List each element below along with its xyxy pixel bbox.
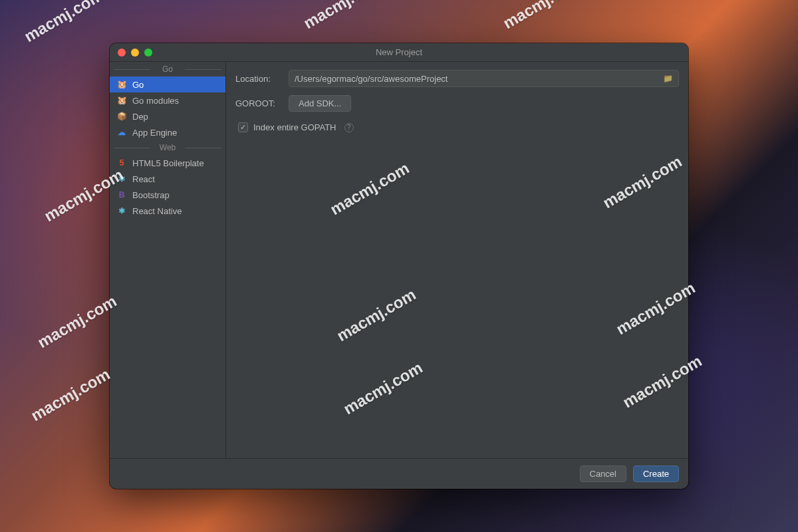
sidebar-item-bootstrap[interactable]: BBootstrap (110, 187, 225, 203)
window-title: New Project (110, 47, 688, 57)
sidebar-section-header: Web (110, 140, 225, 155)
location-input[interactable] (295, 74, 662, 84)
new-project-window: New Project Go🐹Go🐹Go modules📦Dep☁App Eng… (110, 43, 688, 489)
minimize-button[interactable] (131, 49, 139, 57)
sidebar-item-go-modules[interactable]: 🐹Go modules (110, 92, 225, 108)
sidebar-item-app-engine[interactable]: ☁App Engine (110, 124, 225, 140)
sidebar-item-label: Go (132, 80, 144, 90)
add-sdk-button[interactable]: Add SDK... (289, 95, 351, 112)
goroot-label: GOROOT: (235, 98, 282, 108)
sidebar-item-label: Bootstrap (132, 190, 170, 200)
sidebar: Go🐹Go🐹Go modules📦Dep☁App EngineWeb5HTML5… (110, 62, 226, 458)
help-icon[interactable]: ? (344, 123, 354, 132)
window-body: Go🐹Go🐹Go modules📦Dep☁App EngineWeb5HTML5… (110, 62, 688, 458)
dep-icon: 📦 (116, 111, 127, 122)
sidebar-item-label: Go modules (132, 96, 179, 106)
go-icon: 🐹 (116, 95, 127, 106)
sidebar-item-label: App Engine (132, 128, 177, 138)
sidebar-item-label: React Native (132, 206, 182, 216)
html5-icon: 5 (116, 158, 127, 168)
footer: Cancel Create (110, 458, 688, 489)
sidebar-item-go[interactable]: 🐹Go (110, 76, 225, 92)
index-gopath-label: Index entire GOPATH (253, 122, 336, 132)
location-label: Location: (235, 74, 282, 84)
appengine-icon: ☁ (116, 127, 127, 138)
location-row: Location: 📁 (235, 70, 679, 87)
sidebar-item-html5-boilerplate[interactable]: 5HTML5 Boilerplate (110, 155, 225, 171)
titlebar: New Project (110, 43, 688, 62)
index-gopath-row: ✓ Index entire GOPATH ? (238, 122, 679, 132)
bootstrap-icon: B (116, 190, 127, 200)
go-icon: 🐹 (116, 79, 127, 90)
close-button[interactable] (118, 49, 126, 57)
cancel-button[interactable]: Cancel (580, 466, 626, 482)
goroot-row: GOROOT: Add SDK... (235, 95, 679, 112)
create-button[interactable]: Create (633, 466, 679, 482)
traffic-lights (110, 49, 152, 57)
sidebar-item-label: React (132, 174, 155, 184)
react-icon: ⚛ (116, 174, 127, 184)
folder-icon[interactable]: 📁 (662, 73, 673, 84)
index-gopath-checkbox[interactable]: ✓ (238, 122, 248, 132)
sidebar-item-dep[interactable]: 📦Dep (110, 108, 225, 124)
sidebar-item-react-native[interactable]: ⚛React Native (110, 203, 225, 219)
react-icon: ⚛ (116, 205, 127, 216)
location-field-wrapper: 📁 (289, 70, 679, 87)
sidebar-item-label: Dep (132, 112, 148, 122)
check-icon: ✓ (240, 123, 246, 132)
maximize-button[interactable] (144, 49, 152, 57)
main-panel: Location: 📁 GOROOT: Add SDK... ✓ Index e… (226, 62, 688, 458)
sidebar-section-header: Go (110, 62, 225, 76)
sidebar-item-label: HTML5 Boilerplate (132, 158, 204, 168)
sidebar-item-react[interactable]: ⚛React (110, 171, 225, 187)
